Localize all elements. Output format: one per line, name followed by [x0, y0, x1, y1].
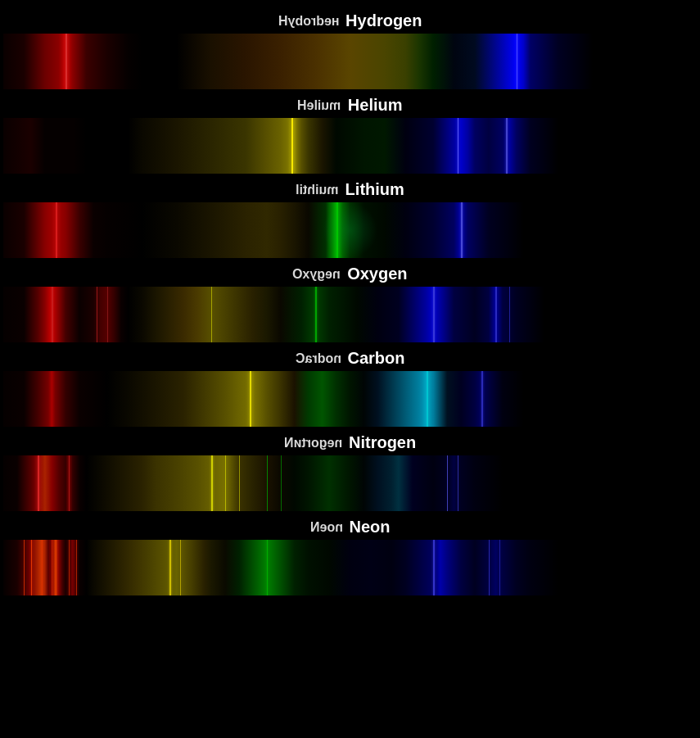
element-block-nitrogen: negortиN Nitrogen — [3, 428, 697, 511]
neon-red2-line — [31, 540, 33, 595]
main-container: нedrobyH Hydrogen muileH Helium muihtil … — [0, 0, 700, 604]
nitrogen-red1-line — [38, 455, 39, 511]
neon-blue1-line — [433, 540, 435, 595]
helium-blue1-line — [458, 118, 459, 174]
element-name-neon: Neon — [350, 518, 391, 537]
element-block-neon: noeN Neon — [3, 513, 697, 595]
nitrogen-yellow2-line — [225, 455, 226, 511]
carbon-yellow-line — [250, 371, 251, 427]
helium-blue2-line — [506, 118, 508, 174]
spectrum-lithium — [3, 202, 697, 258]
neon-yellow2-line — [180, 540, 181, 595]
nitrogen-green2-line — [281, 455, 282, 511]
oxygen-spectral-lines — [3, 287, 697, 342]
oxygen-blue3-line — [509, 287, 510, 342]
helium-yellow-line — [291, 118, 293, 174]
mirror-label-carbon: nodraC — [296, 351, 341, 366]
mirror-label-lithium: muihtil — [296, 183, 338, 197]
spectrum-hydrogen — [3, 34, 697, 89]
neon-blue2-line — [489, 540, 490, 595]
mirror-label-neon: noeN — [310, 520, 343, 535]
lithium-green-line — [336, 202, 338, 258]
neon-red5-line — [56, 540, 57, 595]
lithium-blue-line — [461, 202, 463, 258]
spectrum-oxygen — [3, 287, 697, 342]
nitrogen-red2-line — [69, 455, 70, 511]
neon-green1-line — [267, 540, 269, 595]
element-label-nitrogen: negortиN Nitrogen — [3, 428, 697, 455]
carbon-blue-line — [481, 371, 483, 427]
oxygen-blue2-line — [495, 287, 497, 342]
element-block-oxygen: negyxO Oxygen — [3, 260, 697, 342]
oxygen-red1-line — [52, 287, 53, 342]
element-block-hydrogen: нedrobyH Hydrogen — [3, 7, 697, 89]
neon-red1-line — [24, 540, 25, 595]
element-block-lithium: muihtil Lithium — [3, 175, 697, 258]
mirror-label-oxygen: negyxO — [292, 267, 341, 282]
element-label-lithium: muihtil Lithium — [3, 175, 697, 202]
element-label-neon: noeN Neon — [3, 513, 697, 540]
mirror-label-helium: muileH — [297, 98, 341, 113]
spectrum-nitrogen — [3, 455, 697, 511]
element-label-helium: muileH Helium — [3, 91, 697, 118]
mirror-label-nitrogen: negortиN — [284, 436, 342, 450]
element-label-carbon: nodraC Carbon — [3, 344, 697, 371]
oxygen-blue1-line — [433, 287, 435, 342]
spectrum-helium — [3, 118, 697, 174]
element-block-helium: muileH Helium — [3, 91, 697, 174]
neon-yellow1-line — [169, 540, 171, 595]
lithium-green-scatter — [323, 202, 378, 258]
mirror-label-hydrogen: нedrobyH — [278, 14, 340, 29]
element-name-hydrogen: Hydrogen — [345, 11, 422, 30]
carbon-cyan-line — [427, 371, 428, 427]
neon-red4-line — [52, 540, 52, 595]
hydrogen-spectral-lines — [3, 34, 697, 89]
spectrum-neon — [3, 540, 697, 595]
neon-red3-line — [42, 540, 43, 595]
neon-red6-line — [69, 540, 70, 595]
nitrogen-blue2-line — [458, 455, 458, 511]
spectrum-carbon — [3, 371, 697, 427]
nitrogen-yellow1-line — [211, 455, 213, 511]
element-block-carbon: nodraC Carbon — [3, 344, 697, 427]
nitrogen-yellow3-line — [239, 455, 240, 511]
nitrogen-blue1-line — [447, 455, 448, 511]
element-name-helium: Helium — [348, 96, 403, 115]
element-name-nitrogen: Nitrogen — [349, 433, 416, 452]
oxygen-red3-line — [107, 287, 108, 342]
oxygen-green1-line — [315, 287, 317, 342]
element-label-oxygen: negyxO Oxygen — [3, 260, 697, 287]
element-name-oxygen: Oxygen — [347, 265, 407, 283]
lithium-red-line — [56, 202, 57, 258]
neon-blue3-line — [499, 540, 500, 595]
element-name-lithium: Lithium — [345, 180, 404, 199]
element-name-carbon: Carbon — [348, 349, 405, 368]
oxygen-red2-line — [97, 287, 97, 342]
element-label-hydrogen: нedrobyH Hydrogen — [3, 7, 697, 34]
neon-red7-line — [76, 540, 77, 595]
nitrogen-green1-line — [267, 455, 268, 511]
oxygen-yellow1-line — [211, 287, 212, 342]
